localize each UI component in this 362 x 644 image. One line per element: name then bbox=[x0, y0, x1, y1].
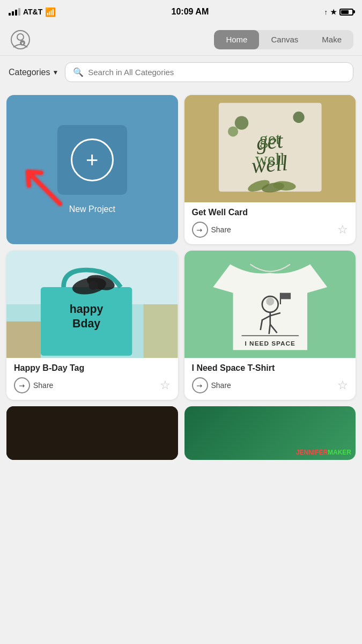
categories-button[interactable]: Categories ▼ bbox=[9, 68, 58, 77]
get-well-card-info: Get Well Card ↗ Share ☆ bbox=[184, 202, 356, 244]
svg-rect-4 bbox=[184, 95, 356, 202]
svg-text:happy: happy bbox=[70, 303, 104, 316]
status-right: ↑ ★ bbox=[324, 8, 353, 16]
search-bar-area: Categories ▼ 🔍 bbox=[0, 56, 362, 89]
space-tshirt-card-actions: ↗ Share ☆ bbox=[192, 377, 349, 393]
share-arrow-icon: ↗ bbox=[195, 225, 204, 235]
carrier-label: AT&T bbox=[23, 8, 42, 16]
svg-point-12 bbox=[261, 181, 285, 194]
get-well-card[interactable]: get well Get Well Card ↗ Share ☆ bbox=[184, 95, 356, 244]
cards-grid: + New Project bbox=[0, 89, 362, 406]
get-well-favorite-button[interactable]: ☆ bbox=[337, 223, 348, 237]
svg-rect-23 bbox=[144, 304, 178, 358]
bottom-cards-row: JENNIFERMAKER bbox=[0, 406, 362, 466]
status-left: AT&T 📶 bbox=[9, 7, 56, 17]
space-tshirt-card-image: I NEED SPACE bbox=[184, 251, 356, 358]
space-tshirt-card-info: I Need Space T-Shirt ↗ Share ☆ bbox=[184, 358, 356, 400]
share-circle-icon: ↗ bbox=[192, 222, 208, 238]
new-project-inner: + bbox=[57, 125, 127, 195]
space-tshirt-card-title: I Need Space T-Shirt bbox=[192, 363, 349, 373]
svg-rect-38 bbox=[6, 406, 178, 460]
avatar-button[interactable]: ♥ bbox=[9, 28, 32, 52]
categories-label: Categories bbox=[9, 68, 50, 77]
svg-point-1 bbox=[17, 34, 24, 40]
space-tshirt-favorite-button[interactable]: ☆ bbox=[337, 378, 348, 392]
status-bar: AT&T 📶 10:09 AM ↑ ★ bbox=[0, 0, 362, 24]
signal-bars-icon bbox=[9, 8, 20, 16]
get-well-card-image: get well bbox=[184, 95, 356, 202]
avatar-icon: ♥ bbox=[11, 30, 30, 49]
svg-rect-31 bbox=[280, 293, 290, 299]
tab-home[interactable]: Home bbox=[214, 30, 259, 49]
nav-tabs: Home Canvas Make bbox=[214, 30, 353, 49]
space-tshirt-share-button[interactable]: ↗ Share bbox=[192, 377, 231, 393]
share-arrow-icon-2: ↗ bbox=[17, 380, 27, 390]
location-icon: ↑ bbox=[324, 8, 328, 16]
svg-text:get: get bbox=[255, 128, 284, 155]
happy-bday-card-actions: ↗ Share ☆ bbox=[14, 377, 171, 393]
svg-text:I NEED SPACE: I NEED SPACE bbox=[245, 340, 295, 347]
new-project-card[interactable]: + New Project bbox=[6, 95, 178, 244]
battery-icon bbox=[339, 9, 353, 16]
jennifer-maker-watermark: JENNIFERMAKER bbox=[296, 447, 351, 457]
bluetooth-icon: ★ bbox=[330, 8, 337, 16]
svg-point-13 bbox=[272, 180, 296, 192]
svg-point-19 bbox=[88, 281, 98, 290]
happy-bday-card-info: Happy B-Day Tag ↗ Share ☆ bbox=[6, 358, 178, 400]
tab-canvas[interactable]: Canvas bbox=[259, 30, 310, 49]
dropdown-arrow-icon: ▼ bbox=[52, 69, 58, 76]
space-tshirt-share-label: Share bbox=[211, 381, 231, 390]
happy-bday-card-title: Happy B-Day Tag bbox=[14, 363, 171, 373]
svg-rect-5 bbox=[218, 103, 321, 192]
search-input[interactable] bbox=[88, 68, 345, 77]
svg-point-11 bbox=[246, 178, 271, 194]
svg-text:♥: ♥ bbox=[21, 41, 24, 45]
share-circle-icon-3: ↗ bbox=[192, 377, 208, 393]
maker-label: MAKER bbox=[328, 449, 351, 456]
jennifer-label: JENNIFER bbox=[296, 449, 328, 456]
search-icon: 🔍 bbox=[73, 67, 84, 77]
svg-text:Bday: Bday bbox=[72, 317, 100, 330]
svg-rect-22 bbox=[6, 321, 41, 358]
happy-bday-card[interactable]: happy Bday Happy B-Day Tag ↗ Share ☆ bbox=[6, 251, 178, 400]
happy-bday-card-image: happy Bday bbox=[6, 251, 178, 358]
top-nav: ♥ Home Canvas Make bbox=[0, 24, 362, 56]
get-well-card-title: Get Well Card bbox=[192, 208, 349, 217]
svg-point-26 bbox=[266, 297, 274, 305]
time-display: 10:09 AM bbox=[172, 7, 209, 17]
happy-bday-share-button[interactable]: ↗ Share bbox=[14, 377, 53, 393]
wifi-icon: 📶 bbox=[45, 7, 56, 17]
search-input-wrapper[interactable]: 🔍 bbox=[65, 62, 353, 82]
plus-circle-icon: + bbox=[71, 138, 114, 181]
new-project-label: New Project bbox=[69, 204, 115, 214]
bottom-right-card[interactable]: JENNIFERMAKER bbox=[184, 406, 356, 460]
get-well-card-actions: ↗ Share ☆ bbox=[192, 222, 349, 238]
space-tshirt-card[interactable]: I NEED SPACE I Need Space T-Shirt ↗ Shar… bbox=[184, 251, 356, 400]
bottom-left-card[interactable] bbox=[6, 406, 178, 460]
happy-bday-favorite-button[interactable]: ☆ bbox=[160, 378, 171, 392]
svg-point-6 bbox=[234, 116, 248, 130]
svg-text:well: well bbox=[250, 151, 289, 178]
get-well-share-label: Share bbox=[211, 225, 231, 234]
share-arrow-icon-3: ↗ bbox=[195, 380, 204, 390]
happy-bday-share-label: Share bbox=[33, 381, 53, 390]
svg-point-7 bbox=[227, 126, 238, 136]
svg-point-8 bbox=[293, 112, 304, 123]
share-circle-icon-2: ↗ bbox=[14, 377, 30, 393]
get-well-share-button[interactable]: ↗ Share bbox=[192, 222, 231, 238]
tab-make[interactable]: Make bbox=[310, 30, 353, 49]
bottom-left-card-image bbox=[6, 406, 178, 460]
